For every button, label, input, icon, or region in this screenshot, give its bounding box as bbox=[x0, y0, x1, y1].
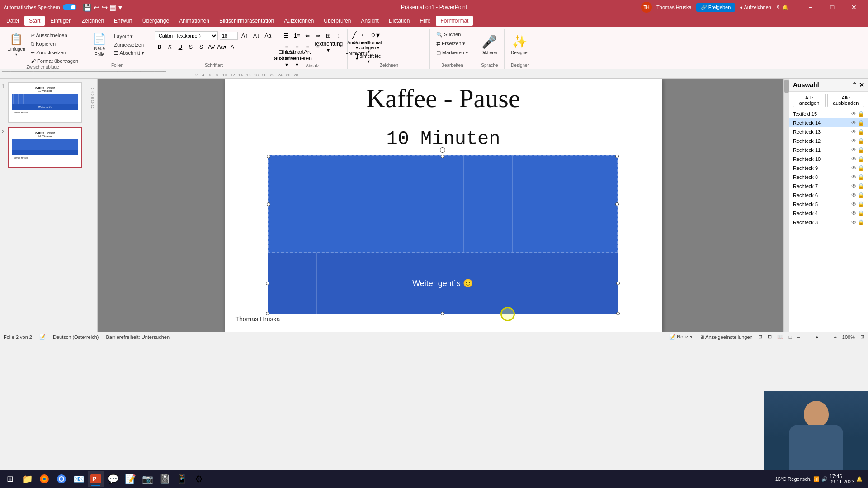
share-btn[interactable]: 🔗 Freigeben bbox=[696, 3, 736, 12]
panel-item-rechteck6[interactable]: Rechteck 6 👁 🔒 bbox=[789, 191, 868, 200]
zoom-level[interactable]: 100% bbox=[842, 334, 855, 340]
suchen-ribbon-btn[interactable]: 🔍 Suchen bbox=[434, 31, 462, 38]
menu-aufzeichnen[interactable]: Aufzeichnen bbox=[279, 16, 318, 26]
taskbar-notes[interactable]: 📝 bbox=[122, 471, 138, 487]
menu-uebergaenge[interactable]: Übergänge bbox=[138, 16, 174, 26]
eye-icon-rechteck7[interactable]: 👁 bbox=[851, 183, 857, 189]
view-slide-sorter[interactable]: ⊟ bbox=[768, 334, 772, 340]
font-size-input[interactable] bbox=[220, 32, 238, 40]
handle-tr[interactable] bbox=[615, 155, 619, 158]
handle-bm[interactable] bbox=[441, 312, 444, 315]
taskbar-teams[interactable]: 💬 bbox=[105, 471, 121, 487]
minimize-button[interactable]: − bbox=[800, 0, 821, 14]
lock-icon-textfeld15[interactable]: 🔒 bbox=[858, 111, 864, 117]
blue-rect-upper[interactable] bbox=[268, 155, 618, 253]
lock-icon-rechteck13[interactable]: 🔒 bbox=[858, 129, 864, 135]
menu-hilfe[interactable]: Hilfe bbox=[415, 16, 435, 26]
taskbar-settings[interactable]: ⚙ bbox=[191, 471, 207, 487]
handle-br[interactable] bbox=[616, 312, 620, 315]
vertical-scrollbar[interactable] bbox=[783, 79, 789, 332]
alle-anzeigen-button[interactable]: Alle anzeigen bbox=[793, 94, 826, 107]
panel-item-rechteck5[interactable]: Rechteck 5 👁 🔒 bbox=[789, 200, 868, 209]
taskbar-outlook[interactable]: 📧 bbox=[71, 471, 87, 487]
lock-icon-rechteck12[interactable]: 🔒 bbox=[858, 138, 864, 144]
line-spacing-button[interactable]: ↕ bbox=[334, 31, 344, 41]
blue-rect-lower[interactable]: Weiter geht´s 🙂 bbox=[268, 253, 618, 314]
neue-folie-button[interactable]: 📄 Neue Folie bbox=[89, 31, 110, 59]
panel-item-rechteck11[interactable]: Rechteck 11 👁 🔒 bbox=[789, 145, 868, 155]
handle-tl[interactable] bbox=[267, 155, 270, 158]
panel-expand-btn[interactable]: ⌃ bbox=[852, 81, 857, 89]
bold-button[interactable]: B bbox=[155, 42, 165, 52]
shape-rect[interactable]: □ bbox=[366, 31, 370, 39]
lock-icon-rechteck7[interactable]: 🔒 bbox=[858, 183, 864, 189]
menu-datei[interactable]: Datei bbox=[2, 16, 24, 26]
slide-thumb-2[interactable]: 2 Kaffee - Pause 10 Minuten bbox=[8, 127, 82, 168]
menu-start[interactable]: Start bbox=[24, 16, 45, 26]
taskbar-firefox[interactable] bbox=[36, 471, 52, 487]
formeffekte-btn2[interactable]: ▾ Formeffekte ▾ bbox=[364, 51, 374, 61]
kopieren-button[interactable]: ⧉ Kopieren bbox=[29, 40, 80, 48]
menu-formformat[interactable]: Formformat bbox=[436, 16, 473, 26]
markieren-btn[interactable]: ▢ Markieren ▾ bbox=[434, 49, 470, 56]
format-uebertragen-button[interactable]: 🖌 Format übertragen bbox=[29, 57, 80, 65]
view-reading[interactable]: 📖 bbox=[777, 334, 783, 340]
start-button[interactable]: ⊞ bbox=[2, 471, 18, 487]
menu-entwurf[interactable]: Entwurf bbox=[109, 16, 137, 26]
clear-format-button[interactable]: Aa bbox=[263, 31, 273, 41]
layout-button[interactable]: Layout ▾ bbox=[112, 33, 146, 40]
view-presenter[interactable]: □ bbox=[789, 334, 792, 340]
restore-button[interactable]: □ bbox=[822, 0, 843, 14]
designer-button[interactable]: ✨ Designer bbox=[509, 31, 531, 59]
handle-bl[interactable] bbox=[266, 312, 269, 315]
lock-icon-rechteck11[interactable]: 🔒 bbox=[858, 147, 864, 153]
indent-increase[interactable]: ⇒ bbox=[313, 31, 323, 41]
zuruecksetzen-button[interactable]: ↩ Zurücksetzen bbox=[29, 49, 80, 56]
lock-icon-rechteck5[interactable]: 🔒 bbox=[858, 201, 864, 207]
zoom-slider[interactable]: ——●—— bbox=[806, 334, 829, 340]
panel-item-rechteck4[interactable]: Rechteck 4 👁 🔒 bbox=[789, 209, 868, 218]
notes-btn[interactable]: 📝 Notizen bbox=[669, 334, 693, 340]
handle-tm[interactable] bbox=[441, 155, 444, 158]
handle-mr[interactable] bbox=[615, 202, 619, 206]
eye-icon-rechteck4[interactable]: 👁 bbox=[851, 210, 857, 216]
font-selector[interactable]: Calibri (Textkörper) bbox=[155, 31, 218, 40]
shape-more[interactable]: ▾ bbox=[376, 31, 380, 39]
font-color-button[interactable]: A bbox=[227, 42, 237, 52]
bullets-button[interactable]: ☰ bbox=[282, 31, 292, 41]
zuruecksetzen2-button[interactable]: Zurücksetzen bbox=[112, 41, 146, 48]
taskbar-onenote[interactable]: 📓 bbox=[156, 471, 173, 487]
panel-item-rechteck3[interactable]: Rechteck 3 👁 🔒 bbox=[789, 218, 868, 227]
scrollbar-thumb[interactable] bbox=[784, 80, 789, 93]
eye-icon-textfeld15[interactable]: 👁 bbox=[851, 111, 857, 117]
taskbar-powerpoint[interactable]: P bbox=[88, 471, 104, 487]
zoom-in[interactable]: + bbox=[834, 334, 836, 340]
menu-dictation[interactable]: Dictation bbox=[384, 16, 415, 26]
eye-icon-rechteck3[interactable]: 👁 bbox=[851, 219, 857, 225]
ribbon-collapse[interactable]: 🎙 🔔 bbox=[776, 5, 788, 10]
panel-item-rechteck8[interactable]: Rechteck 8 👁 🔒 bbox=[789, 173, 868, 182]
handle-ml[interactable] bbox=[267, 202, 270, 206]
lock-icon-rechteck4[interactable]: 🔒 bbox=[858, 210, 864, 216]
diktieren-button[interactable]: 🎤 Diktieren bbox=[479, 31, 500, 59]
menu-einfuegen[interactable]: Einfügen bbox=[46, 16, 76, 26]
panel-close-btn[interactable]: ✕ bbox=[859, 81, 864, 89]
autosave-toggle[interactable] bbox=[63, 4, 76, 10]
panel-item-rechteck14[interactable]: Rechteck 14 👁 🔒 bbox=[789, 118, 868, 127]
menu-animationen[interactable]: Animationen bbox=[175, 16, 214, 26]
shape-line[interactable]: ╱ bbox=[352, 31, 357, 39]
panel-item-rechteck9[interactable]: Rechteck 9 👁 🔒 bbox=[789, 164, 868, 173]
slide-thumb-1[interactable]: 1 Kaffee - Pause 10 Minuten Weiter geht'… bbox=[8, 82, 82, 123]
strikethrough-button[interactable]: S bbox=[186, 42, 196, 52]
taskbar-chrome[interactable] bbox=[53, 471, 70, 487]
taskbar-notification[interactable]: 🔔 bbox=[856, 476, 863, 482]
abschnitt-button[interactable]: ☰ Abschnitt ▾ bbox=[112, 49, 146, 57]
panel-item-rechteck7[interactable]: Rechteck 7 👁 🔒 bbox=[789, 182, 868, 191]
handle-ml-lower[interactable] bbox=[266, 282, 269, 285]
close-button[interactable]: ✕ bbox=[844, 0, 864, 14]
rotate-handle[interactable] bbox=[440, 147, 445, 153]
lock-icon-rechteck10[interactable]: 🔒 bbox=[858, 156, 864, 162]
eye-icon-rechteck14[interactable]: 👁 bbox=[851, 120, 857, 126]
canvas-area[interactable]: 2 4 6 8 10 12 Kaffee - Pause 10 Minuten bbox=[90, 79, 789, 332]
display-settings-btn[interactable]: 🖥 Anzeigeeinstellungen bbox=[699, 334, 753, 340]
